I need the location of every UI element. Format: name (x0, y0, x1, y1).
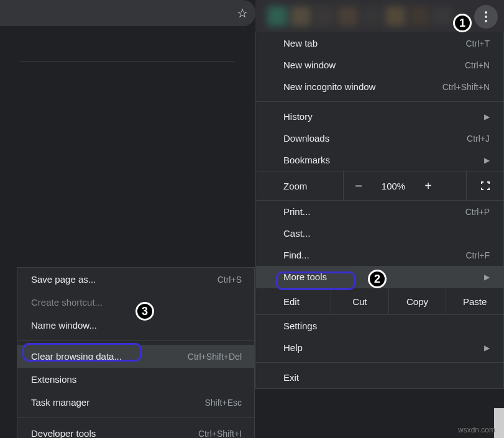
label: Save page as... (31, 274, 96, 285)
label: New window (283, 60, 336, 70)
submenu-developer-tools[interactable]: Developer tools Ctrl+Shift+I (17, 422, 254, 438)
label: Find... (283, 250, 309, 260)
menu-downloads[interactable]: Downloads Ctrl+J (256, 127, 503, 149)
chevron-right-icon: ▶ (484, 156, 490, 165)
kebab-icon (485, 11, 487, 22)
submenu-name-window[interactable]: Name window... (17, 314, 254, 337)
label: Exit (283, 372, 299, 383)
menu-print[interactable]: Print... Ctrl+P (256, 201, 503, 222)
label: New incognito window (283, 81, 375, 92)
divider (256, 101, 503, 102)
label: Settings (283, 321, 317, 331)
divider (17, 340, 254, 341)
chevron-right-icon: ▶ (484, 112, 490, 121)
zoom-in-button[interactable]: + (413, 179, 443, 193)
shortcut: Ctrl+Shift+I (198, 429, 242, 439)
zoom-out-button[interactable]: − (344, 179, 373, 193)
label: Cast... (283, 228, 310, 239)
paste-button[interactable]: Paste (446, 288, 503, 314)
shortcut: Ctrl+P (465, 207, 490, 217)
label: Task manager (31, 397, 89, 408)
shortcut: Ctrl+Shift+N (442, 82, 490, 92)
copy-button[interactable]: Copy (388, 288, 446, 314)
menu-history[interactable]: History ▶ (256, 106, 503, 127)
shortcut: Ctrl+N (465, 60, 490, 70)
cut-button[interactable]: Cut (331, 288, 388, 314)
label: Help (283, 342, 303, 353)
address-bar[interactable]: ☆ (0, 0, 255, 26)
label: Bookmarks (283, 155, 330, 165)
label: Name window... (31, 320, 97, 331)
watermark: wsxdn.com (458, 426, 495, 434)
menu-help[interactable]: Help ▶ (256, 337, 503, 358)
kebab-menu-button[interactable] (474, 5, 498, 29)
zoom-label: Zoom (256, 181, 343, 191)
menu-settings[interactable]: Settings (256, 315, 503, 337)
label: Print... (283, 206, 310, 217)
menu-new-tab[interactable]: New tab Ctrl+T (256, 32, 503, 54)
label: Create shortcut... (31, 297, 103, 308)
bookmark-star-icon[interactable]: ☆ (237, 6, 248, 21)
label: More tools (283, 271, 327, 282)
menu-bookmarks[interactable]: Bookmarks ▶ (256, 149, 503, 171)
shortcut: Shift+Esc (204, 398, 242, 408)
divider (256, 362, 503, 363)
fullscreen-icon (480, 181, 490, 191)
zoom-value: 100% (373, 181, 413, 191)
label: History (283, 111, 313, 122)
label: Clear browsing data... (31, 351, 122, 362)
menu-edit-row: Edit Cut Copy Paste (256, 288, 503, 315)
callout-1: 1 (453, 14, 472, 32)
blurred-extensions (267, 6, 466, 26)
menu-find[interactable]: Find... Ctrl+F (256, 244, 503, 266)
divider (17, 417, 254, 418)
label: Developer tools (31, 428, 96, 438)
menu-new-window[interactable]: New window Ctrl+N (256, 54, 503, 76)
submenu-extensions[interactable]: Extensions (17, 368, 254, 391)
shortcut: Ctrl+J (467, 134, 490, 144)
callout-3: 3 (135, 302, 154, 321)
shortcut: Ctrl+S (218, 275, 242, 285)
divider-line (20, 61, 234, 62)
submenu-task-manager[interactable]: Task manager Shift+Esc (17, 391, 254, 414)
menu-zoom-row: Zoom − 100% + (256, 171, 503, 201)
scrollbar-stub (494, 408, 504, 438)
label: New tab (283, 38, 318, 48)
shortcut: Ctrl+T (466, 39, 490, 48)
menu-cast[interactable]: Cast... (256, 222, 503, 244)
fullscreen-button[interactable] (466, 171, 503, 200)
shortcut: Ctrl+F (466, 250, 490, 260)
submenu-clear-browsing-data[interactable]: Clear browsing data... Ctrl+Shift+Del (17, 345, 254, 368)
chevron-right-icon: ▶ (484, 344, 490, 352)
edit-label: Edit (256, 296, 331, 307)
callout-2: 2 (368, 270, 387, 288)
main-dropdown-menu: New tab Ctrl+T New window Ctrl+N New inc… (255, 32, 504, 389)
chevron-right-icon: ▶ (484, 273, 490, 281)
submenu-save-page[interactable]: Save page as... Ctrl+S (17, 268, 254, 291)
label: Downloads (283, 133, 329, 144)
label: Extensions (31, 374, 76, 385)
menu-exit[interactable]: Exit (256, 367, 503, 388)
more-tools-submenu: Save page as... Ctrl+S Create shortcut..… (17, 267, 255, 438)
shortcut: Ctrl+Shift+Del (188, 352, 242, 362)
menu-new-incognito[interactable]: New incognito window Ctrl+Shift+N (256, 76, 503, 98)
